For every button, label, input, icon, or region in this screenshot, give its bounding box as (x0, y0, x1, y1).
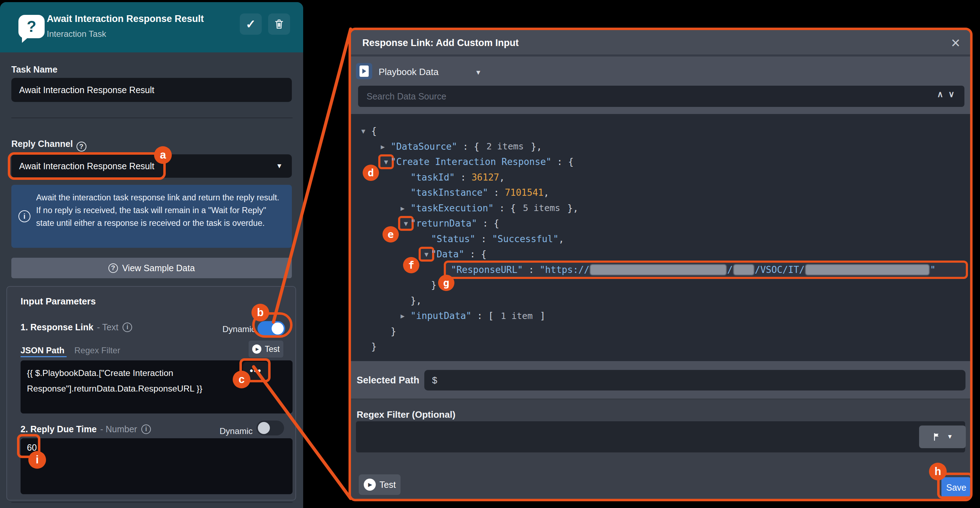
interaction-task-icon: ? (18, 15, 45, 38)
tab-regex-filter[interactable]: Regex Filter (75, 346, 120, 356)
tree-row: "taskInstance" : 7101541, (351, 185, 970, 200)
data-source-section: Playbook Data ▼ ∧∨ (351, 57, 970, 114)
view-sample-data-label: View Sample Data (122, 263, 195, 273)
chevron-down-icon: ∨ (948, 89, 959, 99)
help-icon: ? (108, 264, 118, 273)
divider (11, 502, 293, 503)
param2-value-textarea[interactable]: 60 (21, 438, 293, 494)
redacted-value (590, 264, 726, 275)
confirm-button[interactable]: ✓ (240, 13, 262, 35)
search-step-chevrons[interactable]: ∧∨ (937, 89, 959, 99)
delete-button[interactable] (268, 13, 290, 35)
input-parameters-heading: Input Parameters (21, 296, 95, 307)
tree-row: } (351, 324, 970, 339)
info-icon[interactable]: i (123, 322, 132, 332)
annotation-e: e (382, 226, 399, 243)
tree-row: ▼"returnData" : {e (351, 216, 970, 231)
task-name-label: Task Name (11, 64, 57, 75)
expand-icon[interactable]: ▶ (401, 204, 411, 212)
playbook-data-icon (356, 63, 372, 79)
response-url-row[interactable]: "ResponseURL" : "https:////VSOC/IT/" (444, 260, 968, 279)
active-tab-underline (21, 356, 67, 357)
task-name-input[interactable]: Await Interaction Response Result (11, 78, 292, 102)
tree-row-content: "DataSource" : {2 items}, (391, 141, 542, 152)
tree-row-content: } (371, 341, 377, 352)
annotation-box-a (8, 152, 166, 180)
view-sample-data-button[interactable]: ? View Sample Data (11, 258, 292, 278)
tree-row-content: "taskInstance" : 7101541, (410, 187, 549, 198)
tree-row: ▼"Data" : {f (351, 246, 970, 262)
reply-channel-label: Reply Channel? (11, 139, 86, 151)
tree-row[interactable]: "ResponseURL" : "https:////VSOC/IT/"g (351, 262, 970, 278)
tree-row: "taskId" : 36127, (351, 170, 970, 185)
task-subtitle: Interaction Task (47, 29, 106, 39)
task-name-value: Await Interaction Response Result (19, 85, 154, 95)
tree-row-content: "taskId" : 36127, (410, 172, 505, 183)
selected-path-input[interactable]: $ (424, 370, 966, 391)
task-panel-header: ? Await Interaction Response Result Inte… (0, 2, 303, 52)
tree-row-content: "returnData" : { (410, 218, 499, 229)
selected-path-value: $ (432, 375, 437, 386)
expand-icon[interactable]: ▶ (401, 312, 411, 320)
regex-filter-input[interactable] (356, 421, 965, 452)
tree-row: ▶"inputData" : [1 item] (351, 308, 970, 324)
close-icon[interactable]: × (951, 33, 960, 53)
info-text: Await the interaction task response link… (36, 191, 284, 229)
info-icon[interactable]: i (141, 424, 151, 434)
input-parameters-card: Input Parameters 1. Response Link - Text… (6, 286, 296, 500)
redacted-value (805, 264, 929, 275)
modal-header: Response Link: Add Custom Input × (351, 30, 970, 56)
annotation-h: h (929, 463, 947, 480)
modal-title: Response Link: Add Custom Input (362, 30, 519, 56)
modal-test-button[interactable]: ▶ Test (359, 475, 401, 495)
search-data-source-input[interactable] (358, 86, 964, 107)
task-title: Await Interaction Response Result (47, 13, 204, 24)
caret-down-icon[interactable]: ▼ (475, 69, 482, 76)
chevron-up-icon: ∧ (937, 89, 948, 99)
data-source-selected: Playbook Data (379, 67, 439, 78)
tree-row-content: "Status" : "Successful", (431, 233, 564, 244)
add-custom-input-modal: Response Link: Add Custom Input × Playbo… (348, 28, 972, 501)
tree-row-content: } (391, 326, 396, 337)
caret-down-icon: ▼ (276, 162, 283, 170)
param1-label: 1. Response Link - Text i (21, 322, 132, 332)
tree-row: ▶"taskExecution" : {5 items}, (351, 200, 970, 216)
tree-row-content: "inputData" : [1 item] (410, 310, 546, 321)
tree-row: ▼"Create Interaction Response" : {d (351, 154, 970, 170)
regex-filter-section: Regex Filter (Optional) ▼ ▶ Test Save (351, 399, 970, 499)
task-config-panel: ? Await Interaction Response Result Inte… (0, 2, 303, 508)
question-glyph: ? (27, 18, 37, 35)
tab-json-path[interactable]: JSON Path (21, 346, 64, 356)
divider (11, 117, 293, 118)
selected-path-section: Selected Path $ (351, 361, 970, 399)
annotation-b: b (251, 304, 269, 321)
tree-row-content: "Create Interaction Response" : { (391, 157, 574, 167)
help-icon[interactable]: ? (76, 141, 86, 151)
annotation-g: g (438, 275, 454, 291)
regex-filter-label: Regex Filter (Optional) (356, 409, 455, 420)
collapse-icon[interactable]: ▼ (361, 127, 372, 135)
tree-row: ▼{ (351, 123, 970, 139)
annotation-c: c (233, 371, 250, 388)
param2-label: 2. Reply Due Time - Number i (21, 424, 151, 434)
json-path-line1: {{ $.PlaybookData.["Create Interaction (27, 368, 173, 378)
toggle-knob (258, 422, 270, 434)
param2-dynamic-label: Dynamic (220, 426, 253, 436)
annotation-i: i (28, 451, 46, 469)
param1-dynamic-label: Dynamic (223, 324, 255, 334)
tree-row: "Status" : "Successful", (351, 231, 970, 247)
regex-flags-button[interactable]: ▼ (919, 425, 966, 448)
param2-dynamic-toggle[interactable] (256, 421, 284, 435)
annotation-d: d (363, 165, 379, 181)
json-path-line2: Response"].returnData.Data.ResponseURL }… (27, 384, 202, 393)
test-button[interactable]: ▶ Test (249, 341, 283, 357)
tree-row: ▶"DataSource" : {2 items}, (351, 139, 970, 154)
expand-icon[interactable]: ▶ (381, 143, 391, 151)
info-banner: i Await the interaction task response li… (11, 185, 292, 248)
play-icon: ▶ (364, 479, 376, 491)
tree-row-content: }, (410, 295, 422, 306)
json-tree: ▼{▶"DataSource" : {2 items},▼"Create Int… (351, 114, 970, 361)
flag-icon (932, 432, 942, 442)
tree-row-content: "Data" : { (431, 249, 487, 259)
check-icon: ✓ (246, 17, 256, 31)
